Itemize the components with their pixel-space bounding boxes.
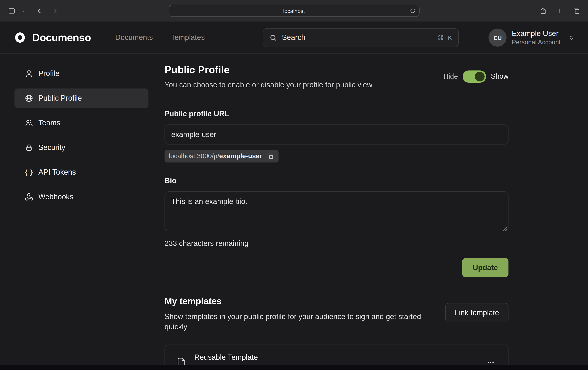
main-content: Public Profile You can choose to enable … (165, 64, 508, 370)
url-bar[interactable]: localhost (169, 5, 419, 17)
search-input[interactable] (282, 33, 433, 42)
sidebar-item-public-profile[interactable]: Public Profile (14, 89, 148, 108)
webhook-icon (25, 193, 33, 201)
app-header: Documenso Documents Templates ⌘+K EU Exa… (0, 22, 588, 54)
templates-description: Show templates in your public profile fo… (165, 312, 435, 332)
brand[interactable]: Documenso (13, 31, 91, 44)
browser-forward-button[interactable] (50, 6, 60, 16)
sidebar-item-label: Public Profile (38, 94, 82, 103)
sidebar-item-teams[interactable]: Teams (14, 113, 148, 133)
page-title: Public Profile (165, 64, 374, 76)
template-name: Reusable Template (194, 353, 363, 362)
divider (165, 99, 508, 99)
brand-name: Documenso (32, 31, 91, 44)
toggle-hide-label: Hide (443, 72, 458, 81)
sidebar-item-security[interactable]: Security (14, 138, 148, 157)
settings-sidebar: Profile Public Profile Teams (14, 64, 148, 370)
my-templates-section: My templates Show templates in your publ… (165, 296, 508, 370)
browser-new-tab-button[interactable] (555, 6, 565, 16)
search-icon (270, 34, 277, 41)
characters-remaining: 233 characters remaining (165, 239, 508, 248)
app-window: localhost (0, 0, 588, 370)
search-box[interactable]: ⌘+K (263, 28, 459, 47)
chevrons-up-down-icon (568, 34, 575, 41)
url-text: localhost (283, 8, 305, 14)
nav-templates[interactable]: Templates (171, 33, 205, 42)
url-field-label: Public profile URL (165, 110, 508, 118)
copy-icon (267, 153, 273, 159)
sidebar-item-label: API Tokens (38, 168, 76, 177)
reload-button[interactable] (410, 8, 415, 14)
bio-field-label: Bio (165, 177, 508, 185)
link-template-button[interactable]: Link template (445, 303, 508, 322)
account-menu[interactable]: EU Example User Personal Account (489, 29, 575, 47)
sidebar-item-label: Profile (38, 69, 60, 78)
tabs-icon (573, 7, 580, 14)
users-icon (25, 119, 33, 127)
page-subtitle: You can choose to enable or disable your… (165, 81, 374, 89)
bio-textarea[interactable]: This is an example bio. (165, 191, 508, 231)
chevron-down-icon (21, 9, 25, 13)
public-profile-link-pill: localhost:3000/p/example-user (165, 150, 279, 163)
reload-icon (410, 8, 415, 14)
sidebar-item-profile[interactable]: Profile (14, 64, 148, 83)
user-icon (25, 69, 33, 78)
profile-visibility-toggle[interactable] (463, 71, 486, 82)
public-profile-link: localhost:3000/p/example-user (169, 152, 262, 160)
public-profile-url-input[interactable] (165, 124, 508, 144)
sidebar-item-label: Teams (38, 119, 60, 127)
browser-share-button[interactable] (538, 5, 548, 16)
browser-tab-overview-button[interactable] (571, 5, 582, 16)
account-name: Example User (512, 29, 561, 38)
templates-title: My templates (165, 296, 435, 307)
share-icon (539, 7, 547, 14)
documenso-logo-icon (13, 31, 27, 44)
toggle-show-label: Show (491, 72, 508, 81)
braces-icon: { } (25, 168, 33, 176)
sidebar-item-label: Webhooks (38, 193, 74, 201)
chevron-right-icon (52, 7, 59, 14)
search-shortcut: ⌘+K (438, 34, 452, 41)
update-button[interactable]: Update (462, 258, 508, 277)
main-nav: Documents Templates (115, 33, 205, 42)
account-type: Personal Account (512, 38, 561, 46)
visibility-toggle-row: Hide Show (443, 71, 508, 82)
browser-back-button[interactable] (34, 6, 45, 16)
browser-chrome: localhost (0, 0, 588, 22)
browser-sidebar-dropdown-button[interactable] (20, 7, 27, 14)
toggle-knob (475, 72, 484, 82)
browser-sidebar-toggle-button[interactable] (6, 5, 17, 16)
nav-documents[interactable]: Documents (115, 33, 153, 42)
copy-link-button[interactable] (266, 152, 274, 160)
bottom-strip (0, 365, 588, 370)
globe-icon (25, 94, 33, 103)
sidebar-item-api-tokens[interactable]: { } API Tokens (14, 163, 148, 182)
avatar: EU (489, 29, 507, 47)
sidebar-toggle-icon (8, 7, 16, 15)
chevron-left-icon (36, 7, 43, 14)
sidebar-item-label: Security (38, 143, 65, 152)
sidebar-item-webhooks[interactable]: Webhooks (14, 187, 148, 207)
lock-icon (25, 143, 33, 152)
plus-icon (556, 7, 563, 14)
